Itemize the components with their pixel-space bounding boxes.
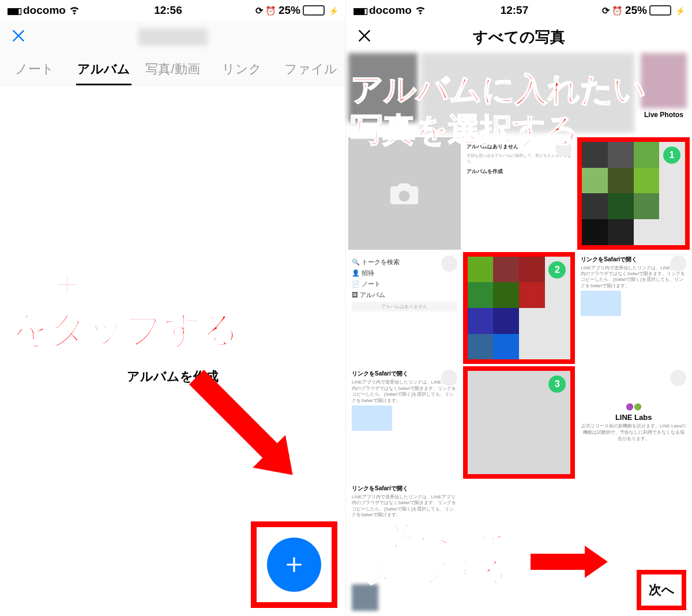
chat-title-blurred	[138, 28, 208, 46]
photo-tile-screenshot[interactable]: 🔍 トークを検索 👤 招待 📄 ノート 🖼 アルバム アルバムはありません	[348, 252, 461, 365]
alarm-icon	[612, 4, 623, 17]
charging-icon	[327, 4, 339, 17]
photo-tile-screenshot[interactable]: リンクをSafariで開く LINEアプリ内で送受信したリンクは、LINEアプリ…	[577, 252, 690, 365]
header: すべての写真	[346, 21, 692, 53]
battery-icon	[303, 5, 325, 16]
wifi-icon	[68, 3, 81, 18]
orientation-lock-icon	[602, 4, 610, 17]
selection-badge: 1	[663, 147, 680, 164]
photo-grid: Live Photos アルバムはありません 大切な思い出をアルバムに保存して、…	[346, 53, 692, 616]
selection-badge: 2	[548, 261, 566, 279]
live-photos-source[interactable]: Live Photos	[638, 53, 690, 133]
selected-thumb[interactable]	[352, 584, 378, 611]
photo-tile-screenshot[interactable]: リンクをSafariで開く LINEアプリ内で送受信したリンクは、LINEアプリ…	[348, 481, 461, 527]
right-phone: docomo 12:57 25% すべての写真 Live Photos	[346, 0, 692, 616]
selection-ring-icon	[441, 256, 457, 272]
photo-tile-selected[interactable]: 1	[577, 137, 690, 250]
left-phone: docomo 12:56 25% ノート アルバム 写真/動画 リンク ファイル…	[0, 0, 346, 616]
charging-icon	[674, 4, 685, 17]
status-time: 12:56	[154, 4, 182, 17]
alarm-icon	[265, 4, 276, 17]
camera-tile[interactable]	[348, 137, 461, 250]
status-bar: docomo 12:57 25%	[346, 0, 692, 21]
carrier-label: docomo	[369, 4, 412, 17]
tabs: ノート アルバム 写真/動画 リンク ファイル	[0, 53, 345, 85]
tab-link[interactable]: リンク	[207, 53, 276, 85]
battery-pct: 25%	[625, 4, 647, 17]
add-button[interactable]	[267, 538, 321, 592]
photo-tile-selected[interactable]: 3	[463, 366, 576, 479]
orientation-lock-icon	[255, 4, 263, 17]
selection-ring-icon	[670, 370, 686, 386]
photo-tile-screenshot[interactable]: アルバムはありません 大切な思い出をアルバムに保存して、友だちとシェアしよう。 …	[463, 137, 576, 250]
close-button[interactable]	[10, 28, 27, 46]
close-button[interactable]	[356, 28, 373, 46]
tab-note[interactable]: ノート	[0, 53, 69, 85]
page-title: すべての写真	[473, 27, 565, 47]
selection-ring-icon	[670, 256, 686, 272]
album-thumb-blurred[interactable]	[421, 53, 634, 133]
tab-file[interactable]: ファイル	[276, 53, 345, 85]
album-thumb-blurred[interactable]	[348, 53, 418, 122]
photo-tile-selected[interactable]: 2	[463, 252, 576, 365]
selection-badge: 3	[548, 375, 566, 393]
signal-icon	[353, 4, 367, 17]
signal-icon	[7, 4, 21, 17]
album-content: アルバムを作成	[0, 85, 345, 616]
wifi-icon	[414, 3, 427, 18]
battery-pct: 25%	[279, 4, 300, 17]
create-album-label[interactable]: アルバムを作成	[127, 368, 219, 385]
album-source-row: Live Photos	[348, 53, 690, 133]
tab-media[interactable]: 写真/動画	[138, 53, 208, 85]
battery-icon	[649, 5, 671, 16]
carrier-label: docomo	[23, 4, 66, 17]
status-time: 12:57	[501, 4, 529, 17]
next-button[interactable]: 次へ	[637, 570, 686, 610]
status-bar: docomo 12:56 25%	[0, 0, 345, 21]
tab-album[interactable]: アルバム	[69, 53, 138, 85]
fab-highlight-frame	[251, 521, 337, 608]
photo-tile-screenshot[interactable]: 🟣🟢 LINE Labs 正式リリース前の新機能を試せます。LINE Labsの…	[577, 366, 690, 479]
selection-ring-icon	[441, 370, 457, 386]
header	[0, 21, 345, 53]
photo-tile-screenshot[interactable]: リンクをSafariで開く LINEアプリ内で送受信したリンクは、LINEアプリ…	[348, 366, 461, 479]
